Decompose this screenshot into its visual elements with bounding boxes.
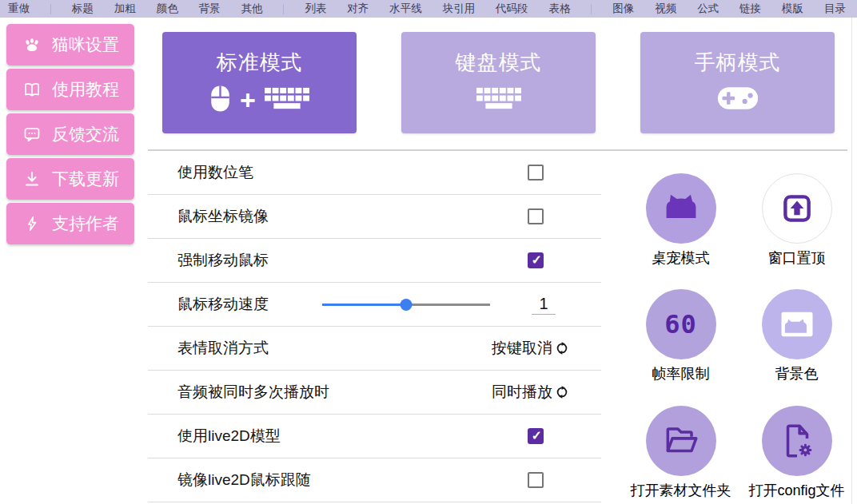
mode-button-standard[interactable]: 标准模式 + — [162, 32, 357, 133]
toolbar-item-code[interactable]: 代码段 — [496, 2, 528, 16]
quick-action-background-color: 背景色 — [739, 289, 855, 386]
cycle-icon — [555, 341, 569, 355]
mode-label: 手柄模式 — [695, 49, 781, 77]
folder-open-icon — [661, 421, 701, 461]
sidebar-item-label: 使用教程 — [52, 78, 119, 101]
toolbar-item-image[interactable]: 图像 — [612, 2, 634, 16]
cat-icon — [660, 188, 702, 229]
toolbar-item-redo[interactable]: 重做 — [8, 2, 30, 16]
setting-row-mouse-speed: 鼠标移动速度 1 — [148, 283, 601, 327]
sidebar-item-label: 反馈交流 — [52, 123, 119, 145]
toolbar-item-other[interactable]: 其他 — [241, 2, 263, 16]
live2d-model-checkbox[interactable] — [528, 428, 544, 444]
scrollbar-track[interactable] — [851, 18, 852, 504]
mode-button-keyboard[interactable]: 键盘模式 — [401, 32, 596, 133]
quick-action-label: 打开素材文件夹 — [631, 481, 731, 500]
open-assets-folder-button[interactable] — [646, 406, 716, 476]
background-color-button[interactable] — [762, 289, 832, 359]
toolbar-item-align[interactable]: 对齐 — [347, 2, 369, 16]
setting-label: 鼠标移动速度 — [177, 294, 269, 315]
live2d-mirror-follow-checkbox[interactable] — [528, 472, 544, 488]
open-config-file-button[interactable] — [762, 406, 832, 476]
sidebar-item-support-author[interactable]: 支持作者 — [6, 203, 134, 244]
mouse-mirror-checkbox[interactable] — [528, 208, 544, 224]
quick-action-label: 打开config文件 — [748, 481, 844, 500]
setting-row-force-move-mouse: 强制移动鼠标 — [148, 239, 601, 283]
editor-toolbar: 重做 标题 加粗 颜色 背景 其他 列表 对齐 水平线 块引用 代码段 表格 图… — [0, 0, 857, 18]
sidebar-item-download-update[interactable]: 下载更新 — [6, 158, 134, 200]
toolbar-item-toc[interactable]: 目录 — [824, 2, 846, 16]
mouse-icon — [209, 84, 232, 117]
fps-limit-button[interactable]: 60 — [646, 289, 716, 359]
slider-thumb[interactable] — [401, 299, 413, 311]
setting-label: 鼠标坐标镜像 — [177, 206, 269, 227]
setting-row-mouse-mirror: 鼠标坐标镜像 — [148, 195, 601, 239]
quick-action-open-config-file: 打开config文件 — [739, 406, 855, 502]
toolbar-item-bold[interactable]: 加粗 — [114, 2, 136, 16]
fps-limit-badge: 60 — [664, 309, 697, 339]
mode-button-row: 标准模式 + 键盘模式 手柄模式 — [148, 18, 857, 133]
chat-icon — [22, 125, 42, 144]
audio-overlap-select[interactable]: 同时播放 — [492, 382, 569, 403]
quick-action-desktop-pet: 桌宠模式 — [623, 173, 739, 270]
setting-row-live2d-mirror-follow: 镜像live2D鼠标跟随 — [148, 458, 601, 502]
setting-label: 强制移动鼠标 — [177, 250, 269, 271]
settings-list: 使用数位笔 鼠标坐标镜像 强制移动鼠标 鼠标移动速度 — [148, 151, 601, 502]
quick-action-window-pin: 窗口置顶 — [739, 173, 855, 270]
toolbar-item-video[interactable]: 视频 — [655, 2, 676, 16]
keyboard-icon — [476, 87, 522, 113]
download-icon — [22, 169, 42, 189]
toolbar-separator — [591, 4, 592, 14]
toolbar-item-heading[interactable]: 标题 — [72, 2, 94, 16]
setting-label: 音频被同时多次播放时 — [177, 382, 329, 403]
sidebar-item-label: 猫咪设置 — [52, 34, 119, 56]
toolbar-separator — [50, 4, 51, 14]
settings-panel: 标准模式 + 键盘模式 手柄模式 — [148, 18, 857, 504]
toolbar-item-background[interactable]: 背景 — [199, 2, 221, 16]
mode-label: 标准模式 — [217, 49, 303, 77]
desktop-pet-button[interactable] — [646, 173, 716, 244]
toolbar-separator — [283, 4, 284, 14]
sidebar-item-label: 下载更新 — [52, 168, 119, 190]
toolbar-item-table[interactable]: 表格 — [548, 2, 570, 16]
keyboard-icon — [264, 87, 310, 113]
setting-label: 使用live2D模型 — [177, 426, 281, 446]
setting-row-audio-overlap: 音频被同时多次播放时 同时播放 — [148, 371, 601, 415]
setting-row-expression-cancel: 表情取消方式 按键取消 — [148, 327, 601, 371]
gamepad-icon — [717, 86, 759, 113]
mouse-speed-value-input[interactable]: 1 — [532, 295, 556, 315]
force-move-mouse-checkbox[interactable] — [528, 252, 544, 268]
sidebar-item-cat-settings[interactable]: 猫咪设置 — [6, 24, 134, 65]
toolbar-item-list[interactable]: 列表 — [305, 2, 326, 16]
file-gear-icon — [777, 421, 817, 461]
lightning-icon — [22, 214, 42, 233]
cycle-icon — [555, 385, 569, 399]
mouse-speed-slider[interactable] — [322, 298, 490, 311]
toolbar-item-template[interactable]: 模版 — [782, 2, 803, 16]
toolbar-item-color[interactable]: 颜色 — [157, 2, 178, 16]
expression-cancel-select[interactable]: 按键取消 — [492, 338, 569, 359]
select-value: 按键取消 — [492, 338, 552, 359]
digital-pen-checkbox[interactable] — [528, 165, 544, 181]
book-icon — [22, 80, 42, 99]
setting-label: 使用数位笔 — [177, 162, 253, 183]
quick-actions-grid: 桌宠模式 窗口置顶 60 帧率限制 背景色 — [623, 151, 855, 502]
sidebar-item-tutorial[interactable]: 使用教程 — [6, 69, 134, 110]
sidebar: 猫咪设置 使用教程 反馈交流 下载更新 支持作者 — [6, 24, 134, 244]
paw-icon — [22, 35, 42, 54]
quick-action-label: 窗口置顶 — [768, 248, 826, 268]
slider-track-filled — [322, 304, 406, 306]
quick-action-fps-limit: 60 帧率限制 — [623, 289, 739, 386]
setting-row-digital-pen: 使用数位笔 — [148, 151, 601, 195]
toolbar-item-hr[interactable]: 水平线 — [389, 2, 422, 16]
toolbar-item-blockquote[interactable]: 块引用 — [443, 2, 476, 16]
sidebar-item-feedback[interactable]: 反馈交流 — [6, 113, 134, 155]
plus-icon: + — [240, 85, 256, 115]
toolbar-item-formula[interactable]: 公式 — [697, 2, 719, 16]
mode-button-gamepad[interactable]: 手柄模式 — [640, 32, 835, 133]
setting-label: 镜像live2D鼠标跟随 — [177, 470, 311, 490]
toolbar-item-link[interactable]: 链接 — [739, 2, 761, 16]
window-pin-button[interactable] — [762, 173, 832, 244]
pin-top-icon — [779, 190, 815, 227]
setting-label: 表情取消方式 — [177, 338, 269, 359]
